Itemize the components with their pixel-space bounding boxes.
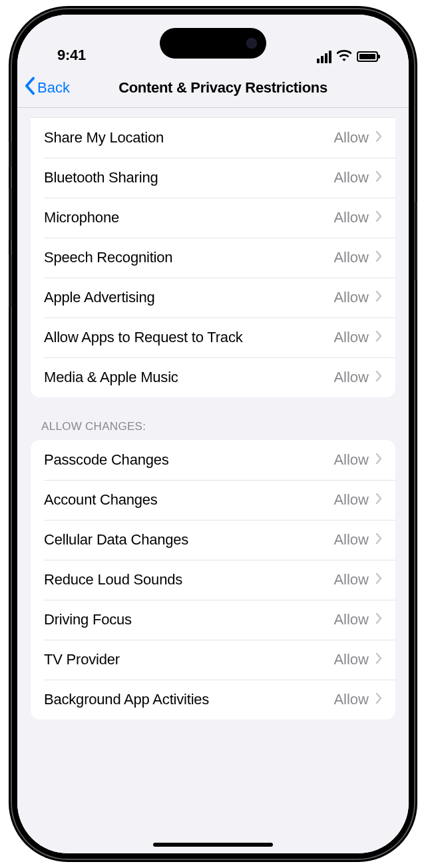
volume-up-button	[9, 188, 11, 241]
setting-driving-focus[interactable]: Driving Focus Allow	[31, 600, 395, 640]
power-button	[415, 201, 417, 281]
chevron-right-icon	[375, 250, 382, 265]
item-label: Speech Recognition	[44, 249, 333, 266]
item-label: Bluetooth Sharing	[44, 169, 333, 186]
chevron-right-icon	[375, 130, 382, 145]
item-value: Allow	[333, 329, 369, 346]
item-value: Allow	[333, 691, 369, 708]
setting-share-my-location[interactable]: Share My Location Allow	[31, 118, 395, 158]
setting-background-app-activities[interactable]: Background App Activities Allow	[31, 680, 395, 720]
chevron-left-icon	[24, 77, 36, 99]
item-label: Media & Apple Music	[44, 369, 333, 386]
chevron-right-icon	[375, 453, 382, 467]
home-indicator[interactable]	[153, 843, 273, 847]
setting-bluetooth-sharing[interactable]: Bluetooth Sharing Allow	[31, 158, 395, 198]
battery-icon	[357, 51, 378, 62]
chevron-right-icon	[375, 290, 382, 305]
setting-media-apple-music[interactable]: Media & Apple Music Allow	[31, 357, 395, 397]
item-value: Allow	[333, 491, 369, 509]
setting-cellular-data-changes[interactable]: Cellular Data Changes Allow	[31, 520, 395, 560]
chevron-right-icon	[375, 330, 382, 345]
chevron-right-icon	[375, 370, 382, 385]
status-icons	[317, 49, 382, 64]
volume-down-button	[9, 254, 11, 308]
back-button[interactable]: Back	[24, 77, 70, 99]
item-value: Allow	[333, 651, 369, 668]
allow-changes-group: Passcode Changes Allow Account Changes A…	[31, 440, 395, 720]
cellular-signal-icon	[317, 51, 331, 63]
item-label: Microphone	[44, 209, 333, 226]
item-label: Allow Apps to Request to Track	[44, 329, 333, 346]
item-value: Allow	[333, 209, 369, 226]
back-label: Back	[37, 79, 70, 97]
silent-switch	[9, 141, 11, 168]
item-value: Allow	[333, 571, 369, 588]
chevron-right-icon	[375, 533, 382, 547]
chevron-right-icon	[375, 170, 382, 185]
allow-changes-header: Allow Changes:	[17, 397, 409, 440]
item-label: TV Provider	[44, 651, 333, 668]
item-label: Driving Focus	[44, 611, 333, 628]
setting-apple-advertising[interactable]: Apple Advertising Allow	[31, 278, 395, 318]
chevron-right-icon	[375, 572, 382, 587]
camera-icon	[246, 38, 257, 49]
setting-allow-apps-to-track[interactable]: Allow Apps to Request to Track Allow	[31, 318, 395, 357]
item-label: Cellular Data Changes	[44, 531, 333, 548]
chevron-right-icon	[375, 612, 382, 627]
chevron-right-icon	[375, 692, 382, 707]
item-value: Allow	[333, 611, 369, 628]
chevron-right-icon	[375, 652, 382, 667]
setting-microphone[interactable]: Microphone Allow	[31, 198, 395, 238]
item-label: Account Changes	[44, 491, 333, 509]
wifi-icon	[337, 49, 351, 64]
page-title: Content & Privacy Restrictions	[25, 79, 401, 97]
setting-tv-provider[interactable]: TV Provider Allow	[31, 640, 395, 680]
item-label: Apple Advertising	[44, 289, 333, 306]
content-area[interactable]: Share My Location Allow Bluetooth Sharin…	[17, 108, 409, 853]
phone-frame: 9:41 Back Content & Privacy Res	[11, 8, 415, 860]
phone-screen: 9:41 Back Content & Privacy Res	[17, 15, 409, 853]
dynamic-island	[160, 28, 266, 59]
item-value: Allow	[333, 129, 369, 146]
item-label: Share My Location	[44, 129, 333, 146]
setting-passcode-changes[interactable]: Passcode Changes Allow	[31, 440, 395, 480]
status-time: 9:41	[44, 47, 86, 64]
setting-speech-recognition[interactable]: Speech Recognition Allow	[31, 238, 395, 278]
item-value: Allow	[333, 369, 369, 386]
chevron-right-icon	[375, 210, 382, 225]
chevron-right-icon	[375, 493, 382, 507]
item-label: Background App Activities	[44, 691, 333, 708]
item-value: Allow	[333, 451, 369, 469]
setting-account-changes[interactable]: Account Changes Allow	[31, 480, 395, 520]
item-value: Allow	[333, 249, 369, 266]
navigation-bar: Back Content & Privacy Restrictions	[17, 68, 409, 108]
setting-reduce-loud-sounds[interactable]: Reduce Loud Sounds Allow	[31, 560, 395, 600]
privacy-settings-group: Share My Location Allow Bluetooth Sharin…	[31, 117, 395, 397]
item-label: Reduce Loud Sounds	[44, 571, 333, 588]
item-label: Passcode Changes	[44, 451, 333, 469]
item-value: Allow	[333, 169, 369, 186]
item-value: Allow	[333, 531, 369, 548]
item-value: Allow	[333, 289, 369, 306]
